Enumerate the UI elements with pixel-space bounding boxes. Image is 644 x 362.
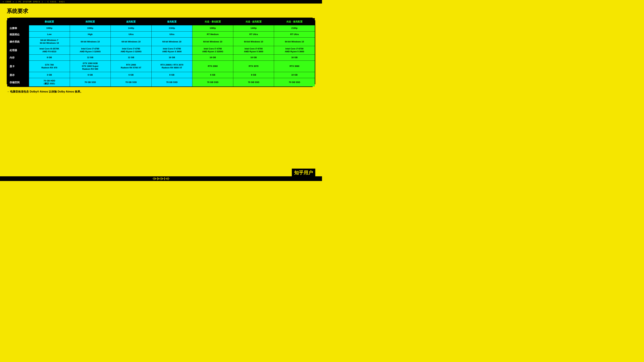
cell-1-4: RT Medium	[192, 31, 233, 37]
row-label-0: 分辨率	[7, 25, 29, 31]
corner-tl	[7, 17, 10, 20]
cell-6-0: 3 GB	[29, 72, 70, 78]
cell-0-5: 1440p	[233, 25, 274, 31]
table-row-6: 显存3 GB6 GB6 GB8 GB6 GB8 GB10 GB	[7, 72, 315, 78]
cell-3-5: Intel Core i7-6700 AMD Ryzen 5 3600	[233, 46, 274, 54]
cell-5-0: GTX 780 Radeon RX 470	[29, 61, 70, 72]
cell-6-2: 6 GB	[111, 72, 152, 78]
table-row-2: 操作系统64-bit Windows 7 64-bit Windows 1064…	[7, 37, 315, 46]
cell-2-0: 64-bit Windows 7 64-bit Windows 10	[29, 37, 70, 46]
cell-3-0: Intel Core i5-3570K AMD FX-8310	[29, 46, 70, 54]
table-row-4: 内存8 GB12 GB12 GB16 GB16 GB16 GB16 GB	[7, 54, 315, 61]
deco-1	[153, 178, 153, 179]
cell-7-6: 70 GB SSD	[274, 78, 315, 87]
table-body: 分辨率1080p1080p1440p2160p1080p1440p2160p画面…	[7, 25, 315, 87]
cell-4-3: 16 GB	[152, 54, 192, 61]
deco-4	[156, 178, 157, 179]
top-bar: < CODE > ( PC SYSTEM SPECS ) - C 5332. 5…	[0, 0, 322, 3]
cell-1-3: Ultra	[152, 31, 192, 37]
deco-13	[166, 178, 167, 179]
cell-0-6: 2160p	[274, 25, 315, 31]
cell-3-2: Intel Core i7-4790 AMD Ryzen 3 3200G	[111, 46, 152, 54]
deco-15	[169, 178, 170, 179]
logo: 知乎用户	[292, 169, 315, 177]
header-col-0	[7, 18, 29, 25]
cell-5-3: RTX 2080S / RTX 3070 Radeon RX 6800 XT	[152, 61, 192, 72]
page-title: 系统要求	[7, 7, 315, 15]
corner-br	[312, 84, 315, 87]
cell-1-5: RT Ultra	[233, 31, 274, 37]
row-label-5: 显卡	[7, 61, 29, 72]
deco-10	[163, 178, 164, 179]
cell-1-0: Low	[29, 31, 70, 37]
cell-0-4: 1080p	[192, 25, 233, 31]
cell-5-1: GTX 1060 6GB GTX 1660 Super Radeon RX 59…	[70, 61, 111, 72]
cell-4-6: 16 GB	[274, 54, 315, 61]
header-col-6: 光追 - 超高配置	[233, 18, 274, 25]
header-col-4: 极高配置	[152, 18, 192, 25]
cell-2-6: 64-bit Windows 10	[274, 37, 315, 46]
cell-7-2: 70 GB SSD	[111, 78, 152, 87]
table-row-7: 存储空间70 GB HDD （建议 SSD）70 GB SSD70 GB SSD…	[7, 78, 315, 87]
cell-0-2: 1440p	[111, 25, 152, 31]
cell-5-6: RTX 3080	[274, 61, 315, 72]
cell-7-1: 70 GB SSD	[70, 78, 111, 87]
cell-6-1: 6 GB	[70, 72, 111, 78]
cell-2-5: 64-bit Windows 10	[233, 37, 274, 46]
specs-table-wrapper: 最低配置推荐配置超高配置极高配置光追 - 最低配置光追 - 超高配置光追 - 极…	[7, 17, 315, 87]
table-row-0: 分辨率1080p1080p1440p2160p1080p1440p2160p	[7, 25, 315, 31]
table-row-5: 显卡GTX 780 Radeon RX 470GTX 1060 6GB GTX …	[7, 61, 315, 72]
cell-5-5: RTX 3070	[233, 61, 274, 72]
cell-0-3: 2160p	[152, 25, 192, 31]
bottom-deco	[153, 177, 170, 180]
cell-2-2: 64-bit Windows 10	[111, 37, 152, 46]
specs-table: 最低配置推荐配置超高配置极高配置光追 - 最低配置光追 - 超高配置光追 - 极…	[7, 18, 315, 87]
cell-3-3: Intel Core i7-4790 AMD Ryzen 5 3600	[152, 46, 192, 54]
row-label-2: 操作系统	[7, 37, 29, 46]
cell-1-2: Ultra	[111, 31, 152, 37]
row-label-7: 存储空间	[7, 78, 29, 87]
top-bar-text: < CODE > ( PC SYSTEM SPECS ) - C 5332. 5…	[3, 1, 65, 3]
cell-4-5: 16 GB	[233, 54, 274, 61]
cell-0-1: 1080p	[70, 25, 111, 31]
deco-3	[155, 178, 156, 179]
row-label-4: 内存	[7, 54, 29, 61]
cell-7-5: 70 GB SSD	[233, 78, 274, 87]
table-header-row: 最低配置推荐配置超高配置极高配置光追 - 最低配置光追 - 超高配置光追 - 极…	[7, 18, 315, 25]
cell-1-6: RT Ultra	[274, 31, 315, 37]
deco-2	[154, 177, 154, 180]
cell-1-1: High	[70, 31, 111, 37]
cell-7-0: 70 GB HDD （建议 SSD）	[29, 78, 70, 87]
cell-2-4: 64-bit Windows 10	[192, 37, 233, 46]
cell-4-0: 8 GB	[29, 54, 70, 61]
deco-6	[158, 178, 159, 179]
header-col-3: 超高配置	[111, 18, 152, 25]
header-col-7: 光追 - 极高配置	[274, 18, 315, 25]
cell-3-4: Intel Core i7-4790 AMD Ryzen 3 3200G	[192, 46, 233, 54]
bottom-bar	[0, 176, 322, 181]
cell-4-4: 16 GB	[192, 54, 233, 61]
deco-9	[162, 178, 163, 179]
cell-6-3: 8 GB	[152, 72, 192, 78]
cell-2-1: 64-bit Windows 10	[70, 37, 111, 46]
header-col-5: 光追 - 最低配置	[192, 18, 233, 25]
cell-7-3: 70 GB SSD	[152, 78, 192, 87]
cell-2-3: 64-bit Windows 10	[152, 37, 192, 46]
cell-0-0: 1080p	[29, 25, 70, 31]
corner-tr	[312, 17, 315, 20]
deco-5	[157, 177, 158, 180]
cell-4-2: 12 GB	[111, 54, 152, 61]
cell-3-6: Intel Core i7-6700 AMD Ryzen 5 3600	[274, 46, 315, 54]
deco-8	[161, 177, 161, 180]
cell-3-1: Intel Core i7-4790 AMD Ryzen 3 3200G	[70, 46, 111, 54]
corner-bl	[7, 84, 10, 87]
cell-5-2: RTX 2060 Radeon RX 5700 XT	[111, 61, 152, 72]
deco-11	[164, 177, 165, 180]
cell-5-4: RTX 2060	[192, 61, 233, 72]
cell-6-5: 8 GB	[233, 72, 274, 78]
deco-12	[166, 178, 166, 179]
row-label-1: 画面档位	[7, 31, 29, 37]
row-label-3: 处理器	[7, 46, 29, 54]
table-row-1: 画面档位LowHighUltraUltraRT MediumRT UltraRT…	[7, 31, 315, 37]
cell-4-1: 12 GB	[70, 54, 111, 61]
